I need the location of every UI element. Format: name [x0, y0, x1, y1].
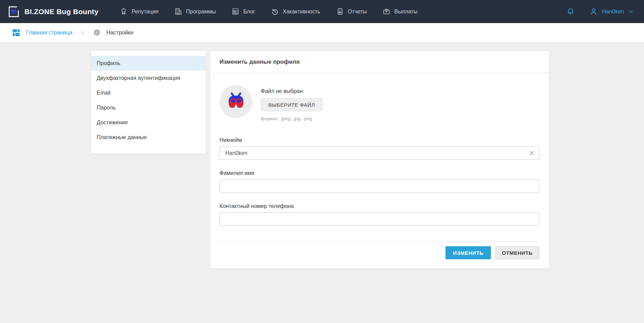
main-nav: Репутация Программы: [120, 8, 417, 15]
history-icon: [271, 8, 279, 15]
nav-label: Отчеты: [348, 9, 367, 15]
sidebar-item-payment-data[interactable]: Платежные данные: [91, 130, 206, 145]
nav-label: Программы: [186, 9, 216, 15]
breadcrumb-home-label: Главная страница: [26, 30, 72, 36]
gear-icon: [93, 29, 101, 37]
nickname-field-group: Никнейм: [219, 137, 539, 160]
nav-label: Блог: [243, 9, 255, 15]
medal-icon: [120, 8, 128, 15]
nav-label: Выплаты: [394, 9, 418, 15]
sidebar-item-email[interactable]: Email: [91, 85, 206, 100]
breadcrumb: Главная страница Настройки: [0, 23, 644, 42]
breadcrumb-current: Настройки: [93, 29, 133, 37]
card-title: Изменить данные профиля: [210, 51, 549, 73]
briefcase-icon: [383, 8, 390, 15]
form-divider: [219, 241, 539, 242]
nickname-input[interactable]: [219, 146, 539, 160]
form-actions: ИЗМЕНИТЬ ОТМЕНИТЬ: [219, 246, 539, 259]
settings-sidebar: Профиль Двухфакторная аутентификация Ema…: [91, 51, 206, 154]
profile-edit-card: Изменить данные профиля: [210, 51, 549, 269]
chevron-right-icon: [80, 31, 85, 35]
sidebar-item-password[interactable]: Пароль: [91, 100, 206, 115]
breadcrumb-current-label: Настройки: [106, 30, 133, 36]
user-icon: [589, 7, 598, 16]
newspaper-icon: [232, 8, 239, 15]
breadcrumb-home-link[interactable]: Главная страница: [13, 29, 72, 36]
nav-label: Репутация: [131, 9, 158, 15]
phone-input[interactable]: [219, 212, 539, 226]
chevron-down-icon: [628, 9, 634, 14]
avatar-upload-section: Файл не выбран ВЫБЕРИТЕ ФАЙЛ формат: .jp…: [219, 85, 539, 121]
fullname-field-group: Фамилия имя: [219, 170, 539, 193]
file-format-hint: формат: .jpeg, .jpg, .png: [261, 116, 322, 121]
brand-title: BI.ZONE Bug Bounty: [24, 8, 98, 16]
sidebar-item-achievements[interactable]: Достижения: [91, 115, 206, 130]
ladybug-avatar-icon: [225, 92, 247, 112]
nav-item-reputation[interactable]: Репутация: [120, 8, 158, 15]
clear-nickname-icon[interactable]: [528, 149, 535, 157]
notifications-bell-icon[interactable]: [566, 7, 575, 16]
dashboard-grid-icon: [13, 29, 20, 36]
bizone-logo-icon[interactable]: [8, 6, 20, 18]
content-area: Профиль Двухфакторная аутентификация Ema…: [0, 42, 644, 269]
navbar-right: Han0ken: [566, 7, 634, 16]
top-navbar: BI.ZONE Bug Bounty Репутация: [0, 0, 644, 23]
phone-field-group: Контактный номер телефона: [219, 203, 539, 226]
nav-item-hackactivity[interactable]: Хакактивность: [271, 8, 320, 15]
file-status-text: Файл не выбран: [261, 88, 322, 94]
nav-item-programs[interactable]: Программы: [174, 8, 216, 15]
phone-label: Контактный номер телефона: [219, 203, 539, 209]
nav-label: Хакактивность: [283, 9, 320, 15]
sidebar-item-profile[interactable]: Профиль: [91, 56, 206, 71]
username: Han0ken: [602, 9, 624, 15]
building-icon: [174, 8, 182, 15]
cancel-button[interactable]: ОТМЕНИТЬ: [495, 246, 539, 259]
nav-item-blog[interactable]: Блог: [232, 8, 255, 15]
nav-item-payouts[interactable]: Выплаты: [383, 8, 418, 15]
submit-button[interactable]: ИЗМЕНИТЬ: [446, 246, 491, 259]
report-icon: [336, 8, 344, 15]
fullname-label: Фамилия имя: [219, 170, 539, 176]
user-menu[interactable]: Han0ken: [589, 7, 634, 16]
sidebar-item-2fa[interactable]: Двухфакторная аутентификация: [91, 71, 206, 85]
choose-file-button[interactable]: ВЫБЕРИТЕ ФАЙЛ: [261, 98, 322, 111]
nav-item-reports[interactable]: Отчеты: [336, 8, 367, 15]
fullname-input[interactable]: [219, 179, 539, 193]
avatar: [219, 85, 252, 118]
nickname-label: Никнейм: [219, 137, 539, 143]
